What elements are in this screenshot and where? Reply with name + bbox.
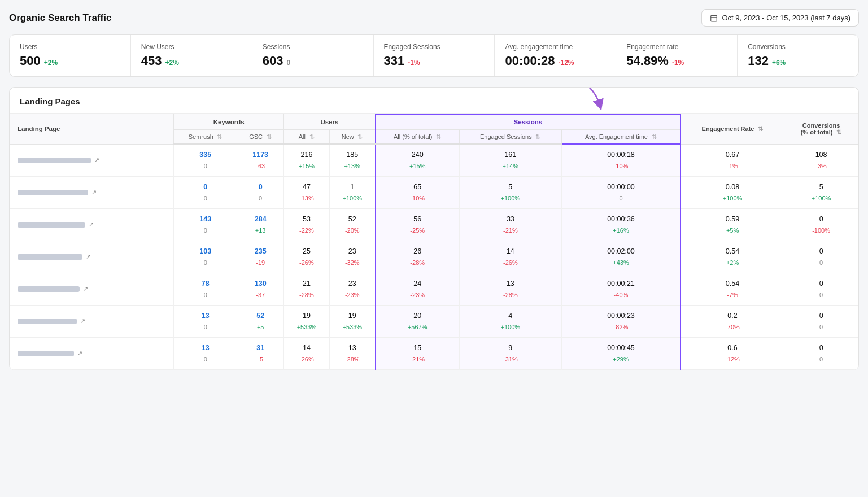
semrush-cell: 103 0: [174, 241, 237, 273]
users-new-cell: 19 +533%: [329, 305, 376, 337]
users-all-cell: 25 -26%: [284, 241, 330, 273]
external-link-icon[interactable]: ↗: [83, 285, 88, 293]
subheader-gsc: GSC ⇅: [237, 130, 284, 145]
landing-name: ↗: [18, 253, 168, 260]
avg-engagement-cell: 00:00:00 0: [562, 176, 681, 208]
semrush-cell: 143 0: [174, 208, 237, 241]
sort-icon-users-all[interactable]: ⇅: [309, 133, 315, 139]
users-all-cell: 53 -22%: [284, 208, 330, 241]
col-group-sessions: Sessions: [376, 114, 681, 130]
sort-icon-engaged[interactable]: ⇅: [535, 133, 541, 139]
col-group-users: Users: [284, 114, 376, 130]
table-row: ↗ 103 0 235 -19 25 -26% 23 -32% 26 -28% …: [10, 241, 858, 273]
metric-eng-rate-value: 54.89%: [626, 54, 669, 68]
landing-pages-section: Landing Pages Landing Page Keyw: [9, 87, 859, 370]
users-all-cell: 14 -26%: [284, 337, 330, 369]
external-link-icon[interactable]: ↗: [91, 189, 97, 196]
table-body: ↗ 335 0 1173 -63 216 +15% 185 +13% 240 +…: [10, 144, 858, 369]
metric-engaged-label: Engaged Sessions: [384, 43, 485, 51]
users-all-cell: 47 -13%: [284, 176, 330, 208]
users-new-cell: 185 +13%: [329, 144, 376, 176]
metric-conv-label: Conversions: [748, 43, 848, 51]
avg-engagement-cell: 00:02:00 +43%: [562, 241, 681, 273]
landing-cell: ↗: [10, 208, 174, 241]
avg-engagement-cell: 00:00:36 +16%: [562, 208, 681, 241]
metric-conv-change: +6%: [772, 59, 786, 67]
table-row: ↗ 78 0 130 -37 21 -28% 23 -23% 24 -23% 1…: [10, 273, 858, 305]
sessions-all-cell: 20 +567%: [376, 305, 459, 337]
sort-icon-gsc[interactable]: ⇅: [266, 133, 272, 139]
subheader-semrush: Semrush ⇅: [174, 130, 237, 145]
metric-sessions: Sessions 603 0: [252, 35, 374, 76]
metrics-bar: Users 500 +2% New Users 453 +2% Sessions…: [9, 34, 859, 77]
gsc-cell: 31 -5: [237, 337, 284, 369]
users-new-cell: 23 -32%: [329, 241, 376, 273]
external-link-icon[interactable]: ↗: [80, 317, 85, 325]
external-link-icon[interactable]: ↗: [94, 156, 99, 164]
metric-conv-value: 132: [748, 54, 769, 68]
semrush-cell: 335 0: [174, 144, 237, 176]
engagement-rate-cell: 0.67 -1%: [681, 144, 784, 176]
avg-engagement-cell: 00:00:21 -40%: [562, 273, 681, 305]
metric-engaged-change: -1%: [408, 59, 420, 67]
conversions-cell: 0 0: [784, 337, 858, 369]
metric-avg-change: -12%: [559, 59, 574, 67]
external-link-icon[interactable]: ↗: [89, 221, 94, 228]
table-row: ↗ 143 0 284 +13 53 -22% 52 -20% 56 -25% …: [10, 208, 858, 241]
sort-icon-sessions-all[interactable]: ⇅: [435, 133, 441, 139]
metric-eng-rate-label: Engagement rate: [626, 43, 727, 51]
landing-cell: ↗: [10, 176, 174, 208]
metric-eng-rate-change: -1%: [672, 59, 684, 67]
users-all-cell: 216 +15%: [284, 144, 330, 176]
metric-avg-label: Avg. engagement time: [505, 43, 605, 51]
external-link-icon[interactable]: ↗: [86, 253, 91, 260]
engagement-rate-cell: 0.6 -12%: [681, 337, 784, 369]
col-header-landing-page: Landing Page: [10, 114, 174, 144]
sort-icon-semrush[interactable]: ⇅: [217, 133, 223, 139]
users-all-cell: 19 +533%: [284, 305, 330, 337]
sort-icon-eng-rate[interactable]: ⇅: [758, 125, 764, 131]
sort-icon-avg-eng[interactable]: ⇅: [651, 133, 657, 139]
landing-name: ↗: [18, 156, 168, 164]
engaged-sessions-cell: 13 -28%: [459, 273, 561, 305]
engagement-rate-cell: 0.59 +5%: [681, 208, 784, 241]
users-all-cell: 21 -28%: [284, 273, 330, 305]
metric-sessions-value: 603: [263, 54, 283, 68]
sessions-all-cell: 65 -10%: [376, 176, 459, 208]
sessions-all-cell: 56 -25%: [376, 208, 459, 241]
sort-icon-users-new[interactable]: ⇅: [357, 133, 363, 139]
metric-users-change: +2%: [44, 59, 58, 67]
metric-sessions-change: 0: [286, 59, 290, 67]
landing-name: ↗: [18, 189, 168, 196]
conversions-cell: 0 0: [784, 273, 858, 305]
metric-avg-value: 00:00:28: [505, 54, 555, 68]
gsc-cell: 284 +13: [237, 208, 284, 241]
sessions-all-cell: 24 -23%: [376, 273, 459, 305]
metric-users-value: 500: [20, 54, 41, 68]
external-link-icon[interactable]: ↗: [77, 350, 82, 357]
metric-conversions: Conversions 132 +6%: [738, 35, 858, 76]
subheader-avg-eng: Avg. Engagement time ⇅: [562, 130, 681, 145]
metric-engagement-rate: Engagement rate 54.89% -1%: [616, 35, 738, 76]
metric-sessions-label: Sessions: [263, 43, 363, 51]
calendar-icon: [710, 14, 718, 22]
subheader-users-all: All ⇅: [284, 130, 330, 145]
semrush-cell: 13 0: [174, 337, 237, 369]
landing-cell: ↗: [10, 144, 174, 176]
gsc-cell: 235 -19: [237, 241, 284, 273]
metric-new-users-label: New Users: [141, 43, 242, 51]
metric-engaged-value: 331: [384, 54, 405, 68]
svg-rect-0: [711, 15, 717, 21]
table-row: ↗ 0 0 0 0 47 -13% 1 +100% 65 -10% 5 +100…: [10, 176, 858, 208]
date-range-button[interactable]: Oct 9, 2023 - Oct 15, 2023 (last 7 days): [701, 9, 859, 27]
engagement-rate-cell: 0.54 -7%: [681, 273, 784, 305]
conversions-cell: 108 -3%: [784, 144, 858, 176]
avg-engagement-cell: 00:00:18 -10%: [562, 144, 681, 176]
engaged-sessions-cell: 14 -26%: [459, 241, 561, 273]
sessions-all-cell: 15 -21%: [376, 337, 459, 369]
metric-users-label: Users: [20, 43, 120, 51]
sort-icon-conv[interactable]: ⇅: [836, 129, 842, 134]
gsc-cell: 1173 -63: [237, 144, 284, 176]
metric-new-users-value: 453: [141, 54, 162, 68]
engaged-sessions-cell: 4 +100%: [459, 305, 561, 337]
